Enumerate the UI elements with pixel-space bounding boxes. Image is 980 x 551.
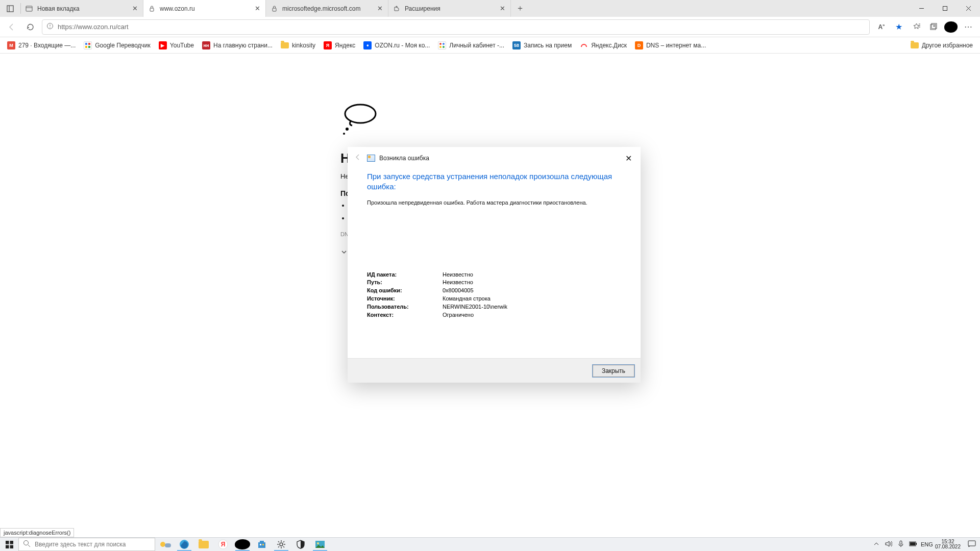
detail-key: ИД пакета: [367,271,443,279]
troubleshooter-dialog: Возникла ошибка ✕ При запуске средства у… [348,147,641,383]
dialog-header: Возникла ошибка ✕ [348,147,641,169]
detail-value: Ограничено [443,311,474,319]
detail-key: Контекст: [367,311,443,319]
detail-key: Пользователь: [367,303,443,311]
svg-rect-38 [165,543,171,547]
svg-line-51 [278,541,279,542]
svg-rect-59 [916,543,917,545]
svg-point-37 [160,542,165,547]
start-button[interactable] [0,538,18,551]
svg-rect-34 [10,545,13,548]
windows-taskbar: Я ENG 15:32 07.08.2022 [0,537,980,551]
dialog-details: ИД пакета:Неизвестно Путь:Неизвестно Код… [367,271,621,320]
taskbar-app-edge[interactable] [175,538,194,551]
svg-rect-57 [900,541,902,544]
svg-rect-32 [10,541,13,544]
svg-point-46 [280,543,283,546]
tray-clock[interactable]: 15:32 07.08.2022 [933,539,963,550]
tray-chevron-up-icon[interactable] [872,541,881,547]
svg-line-36 [28,545,30,547]
svg-rect-33 [6,545,9,548]
taskbar-search[interactable] [18,538,155,551]
tray-battery-icon[interactable] [909,541,918,547]
detail-value: Неизвестно [443,279,473,287]
tray-notifications-icon[interactable] [966,540,978,548]
dialog-footer: Закрыть [348,358,641,383]
taskbar-app-security[interactable] [291,538,310,551]
dialog-app-icon [367,155,375,162]
svg-line-52 [283,546,284,547]
tray-language[interactable]: ENG [921,541,930,547]
detail-value: Неизвестно [443,271,473,279]
dialog-description: Произошла непредвиденная ошибка. Работа … [367,199,621,206]
svg-line-53 [283,541,284,542]
detail-value: 0x80004005 [443,287,474,295]
taskbar-app-unknown[interactable] [233,538,252,551]
svg-text:Я: Я [221,541,226,548]
folder-icon [199,541,209,548]
taskbar-apps: Я [155,538,330,551]
svg-line-54 [278,546,279,547]
search-icon [23,540,31,549]
svg-rect-43 [260,541,264,542]
detail-value: NERWINE2001-10\nerwik [443,303,507,311]
system-tray: ENG 15:32 07.08.2022 [872,538,980,551]
svg-rect-44 [260,544,261,545]
dialog-close-button[interactable]: ✕ [622,154,634,163]
dialog-body: При запуске средства устранения неполадо… [348,169,641,358]
modal-overlay: Возникла ошибка ✕ При запуске средства у… [0,0,980,551]
svg-rect-45 [262,544,264,545]
taskbar-app-store[interactable] [252,538,272,551]
taskbar-app-weather[interactable] [155,538,175,551]
svg-rect-60 [910,542,915,545]
taskbar-app-explorer[interactable] [194,538,213,551]
detail-key: Источник: [367,295,443,303]
svg-rect-61 [968,541,975,546]
taskbar-app-settings[interactable] [272,538,291,551]
svg-rect-31 [6,541,9,544]
detail-key: Код ошибки: [367,287,443,295]
dialog-heading: При запуске средства устранения неполадо… [367,171,621,192]
taskbar-app-yandex[interactable]: Я [213,538,233,551]
taskbar-app-photos[interactable] [310,538,330,551]
detail-key: Путь: [367,279,443,287]
svg-rect-42 [258,542,265,548]
detail-value: Командная строка [443,295,491,303]
back-arrow-icon [354,153,362,163]
tray-volume-icon[interactable] [884,541,893,548]
tray-mic-icon[interactable] [896,540,905,548]
dialog-title: Возникла ошибка [379,155,429,162]
svg-point-35 [24,540,29,545]
svg-point-56 [317,542,319,544]
search-input[interactable] [35,541,151,548]
close-button[interactable]: Закрыть [593,365,634,377]
